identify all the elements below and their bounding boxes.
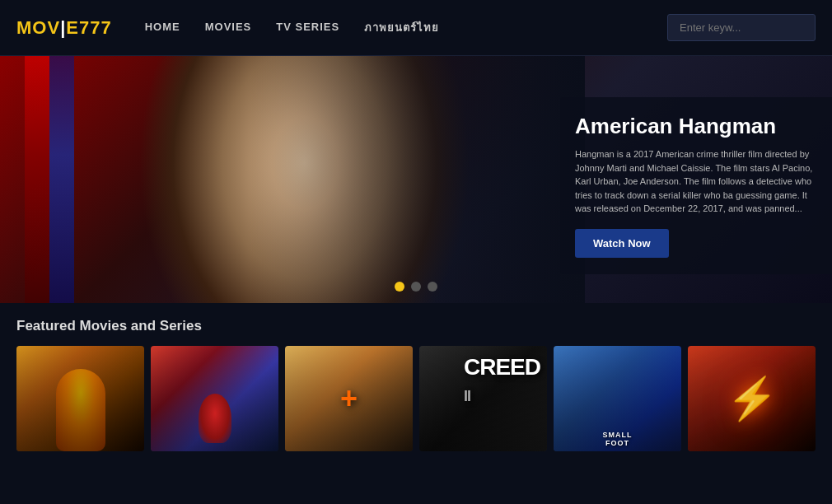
nav-link-tvseries[interactable]: TV SERIES <box>276 21 339 33</box>
movie-card-instant-family[interactable]: + <box>285 346 413 451</box>
nav-item-thai[interactable]: ภาพยนตร์ไทย <box>364 19 439 36</box>
carousel-dot-3[interactable] <box>428 282 437 292</box>
nav-link-thai[interactable]: ภาพยนตร์ไทย <box>364 21 439 34</box>
logo-text: MOV <box>16 17 60 38</box>
movie-card-spiderman[interactable] <box>151 346 278 451</box>
nav-item-tvseries[interactable]: TV SERIES <box>276 19 339 36</box>
movies-grid: + CREEDII SMALLFOOT ⚡ <box>16 346 816 451</box>
hero-movie-description: Hangman is a 2017 American crime thrille… <box>575 147 817 216</box>
movie-card-smallfoot[interactable]: SMALLFOOT <box>554 346 681 451</box>
carousel-dot-2[interactable] <box>411 282 421 292</box>
flash-lightning: ⚡ <box>727 375 778 422</box>
hero-figure-overlay <box>25 56 585 303</box>
movie-card-creed2[interactable]: CREEDII <box>419 346 547 451</box>
search-input[interactable] <box>667 14 816 41</box>
carousel-dot-1[interactable] <box>395 282 404 292</box>
logo-number: 777 <box>79 17 112 38</box>
hero-info-panel: American Hangman Hangman is a 2017 Ameri… <box>560 97 832 274</box>
featured-section-title: Featured Movies and Series <box>16 318 816 334</box>
hero-section: American Hangman Hangman is a 2017 Ameri… <box>0 56 832 303</box>
site-logo[interactable]: MOV|E777 <box>16 17 112 39</box>
instant-family-plus: + <box>340 381 358 416</box>
creed-title-art: CREEDII <box>464 354 540 407</box>
hero-movie-title: American Hangman <box>575 114 817 139</box>
nav-item-home[interactable]: HOME <box>145 19 180 36</box>
movie-card-flash[interactable]: ⚡ <box>688 346 816 451</box>
nav-link-movies[interactable]: MOVIES <box>205 21 252 33</box>
watch-now-button[interactable]: Watch Now <box>575 229 669 258</box>
featured-section: Featured Movies and Series + CREEDII SMA… <box>0 303 832 451</box>
navbar: MOV|E777 HOME MOVIES TV SERIES ภาพยนตร์ไ… <box>0 0 832 56</box>
nav-item-movies[interactable]: MOVIES <box>205 19 252 36</box>
spiderman-art <box>199 394 231 443</box>
nav-links: HOME MOVIES TV SERIES ภาพยนตร์ไทย <box>145 19 667 36</box>
logo-text2: E <box>66 17 79 38</box>
card-overlay-1 <box>16 346 144 451</box>
smallfoot-label: SMALLFOOT <box>603 431 633 447</box>
hero-carousel-dots <box>395 282 437 292</box>
nav-link-home[interactable]: HOME <box>145 21 180 33</box>
hero-figure <box>25 56 585 303</box>
movie-card-bumblebee[interactable] <box>16 346 144 451</box>
